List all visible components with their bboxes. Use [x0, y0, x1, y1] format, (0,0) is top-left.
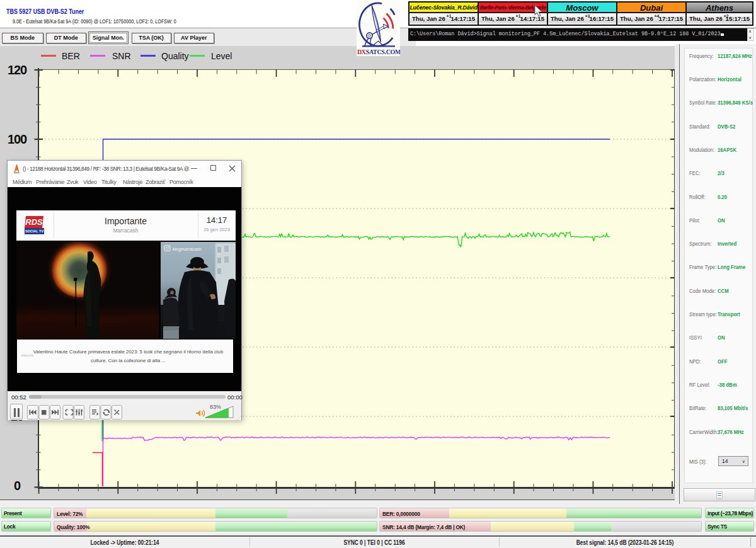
- svg-text:83%: 83%: [210, 404, 221, 410]
- svg-text:DXSATCS.COM: DXSATCS.COM: [357, 49, 400, 55]
- svg-text:kingmarracash: kingmarracash: [173, 247, 202, 252]
